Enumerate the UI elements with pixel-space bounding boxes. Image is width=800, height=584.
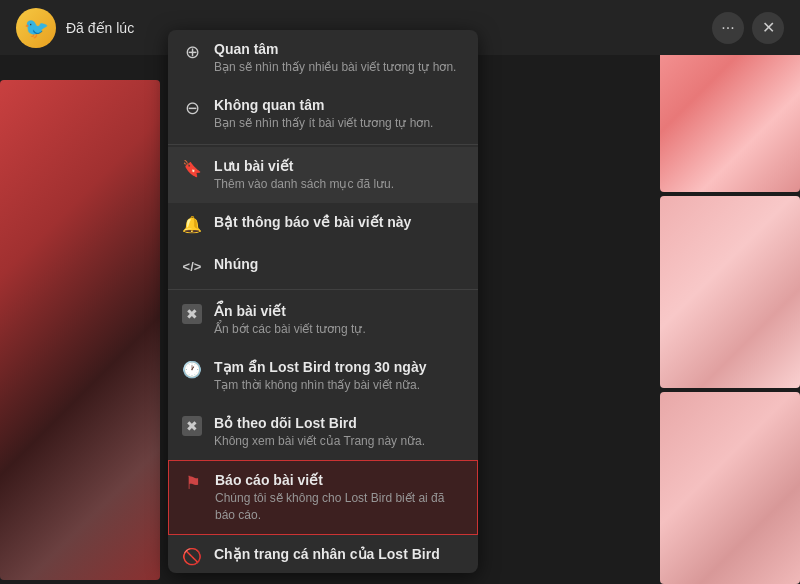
menu-desc-an-bai-viet: Ẩn bớt các bài viết tương tự. <box>214 321 464 338</box>
menu-desc-bo-theo-doi: Không xem bài viết của Trang này nữa. <box>214 433 464 450</box>
divider-1 <box>168 144 478 145</box>
menu-desc-luu-bai-viet: Thêm vào danh sách mục đã lưu. <box>214 176 464 193</box>
menu-text-an-bai-viet: Ẩn bài viết Ẩn bớt các bài viết tương tự… <box>214 302 464 338</box>
block-icon: 🚫 <box>182 547 202 567</box>
menu-title-bao-cao: Báo cáo bài viết <box>215 471 463 489</box>
avatar: 🐦 <box>16 8 56 48</box>
menu-desc-khong-quan-tam: Bạn sẽ nhìn thấy ít bài viết tương tự hơ… <box>214 115 464 132</box>
menu-item-quan-tam[interactable]: ⊕ Quan tâm Bạn sẽ nhìn thấy nhiều bài vi… <box>168 30 478 86</box>
menu-title-an-bai-viet: Ẩn bài viết <box>214 302 464 320</box>
more-button[interactable]: ··· <box>712 12 744 44</box>
menu-text-bat-thong-bao: Bật thông báo về bài viết này <box>214 213 464 231</box>
menu-text-tam-an: Tạm ẩn Lost Bird trong 30 ngày Tạm thời … <box>214 358 464 394</box>
bg-right-images <box>660 0 800 584</box>
menu-title-nhung: Nhúng <box>214 255 464 273</box>
menu-title-bo-theo-doi: Bỏ theo dõi Lost Bird <box>214 414 464 432</box>
menu-item-tam-an[interactable]: 🕐 Tạm ẩn Lost Bird trong 30 ngày Tạm thờ… <box>168 348 478 404</box>
menu-text-bo-theo-doi: Bỏ theo dõi Lost Bird Không xem bài viết… <box>214 414 464 450</box>
menu-title-tam-an: Tạm ẩn Lost Bird trong 30 ngày <box>214 358 464 376</box>
menu-title-quan-tam: Quan tâm <box>214 40 464 58</box>
dropdown-menu: ⊕ Quan tâm Bạn sẽ nhìn thấy nhiều bài vi… <box>168 30 478 573</box>
flag-icon: ⚑ <box>183 473 203 493</box>
menu-title-luu-bai-viet: Lưu bài viết <box>214 157 464 175</box>
menu-desc-tam-an: Tạm thời không nhìn thấy bài viết nữa. <box>214 377 464 394</box>
bg-right-img-3 <box>660 392 800 584</box>
menu-item-an-bai-viet[interactable]: ✖ Ẩn bài viết Ẩn bớt các bài viết tương … <box>168 292 478 348</box>
unfollow-icon: ✖ <box>182 416 202 436</box>
menu-item-chan-trang[interactable]: 🚫 Chặn trang cá nhân của Lost Bird <box>168 535 478 573</box>
menu-title-bat-thong-bao: Bật thông báo về bài viết này <box>214 213 464 231</box>
bell-icon: 🔔 <box>182 215 202 235</box>
menu-text-chan-trang: Chặn trang cá nhân của Lost Bird <box>214 545 464 563</box>
menu-item-bo-theo-doi[interactable]: ✖ Bỏ theo dõi Lost Bird Không xem bài vi… <box>168 404 478 460</box>
menu-text-nhung: Nhúng <box>214 255 464 273</box>
menu-desc-quan-tam: Bạn sẽ nhìn thấy nhiều bài viết tương tự… <box>214 59 464 76</box>
menu-text-bao-cao: Báo cáo bài viết Chúng tôi sẽ không cho … <box>215 471 463 524</box>
bg-left-image <box>0 80 160 580</box>
menu-text-quan-tam: Quan tâm Bạn sẽ nhìn thấy nhiều bài viết… <box>214 40 464 76</box>
bookmark-icon: 🔖 <box>182 159 202 179</box>
menu-text-khong-quan-tam: Không quan tâm Bạn sẽ nhìn thấy ít bài v… <box>214 96 464 132</box>
menu-item-khong-quan-tam[interactable]: ⊖ Không quan tâm Bạn sẽ nhìn thấy ít bài… <box>168 86 478 142</box>
menu-title-khong-quan-tam: Không quan tâm <box>214 96 464 114</box>
menu-title-chan-trang: Chặn trang cá nhân của Lost Bird <box>214 545 464 563</box>
clock-icon: 🕐 <box>182 360 202 380</box>
plus-circle-icon: ⊕ <box>182 42 202 62</box>
menu-item-nhung[interactable]: </> Nhúng <box>168 245 478 287</box>
minus-circle-icon: ⊖ <box>182 98 202 118</box>
menu-desc-bao-cao: Chúng tôi sẽ không cho Lost Bird biết ai… <box>215 490 463 524</box>
hide-icon: ✖ <box>182 304 202 324</box>
close-button[interactable]: ✕ <box>752 12 784 44</box>
menu-text-luu-bai-viet: Lưu bài viết Thêm vào danh sách mục đã l… <box>214 157 464 193</box>
menu-item-luu-bai-viet[interactable]: 🔖 Lưu bài viết Thêm vào danh sách mục đã… <box>168 147 478 203</box>
header-icons: ··· ✕ <box>712 12 784 44</box>
embed-icon: </> <box>182 257 202 277</box>
menu-item-bat-thong-bao[interactable]: 🔔 Bật thông báo về bài viết này <box>168 203 478 245</box>
menu-item-bao-cao[interactable]: ⚑ Báo cáo bài viết Chúng tôi sẽ không ch… <box>168 460 478 535</box>
divider-2 <box>168 289 478 290</box>
bg-right-img-2 <box>660 196 800 388</box>
